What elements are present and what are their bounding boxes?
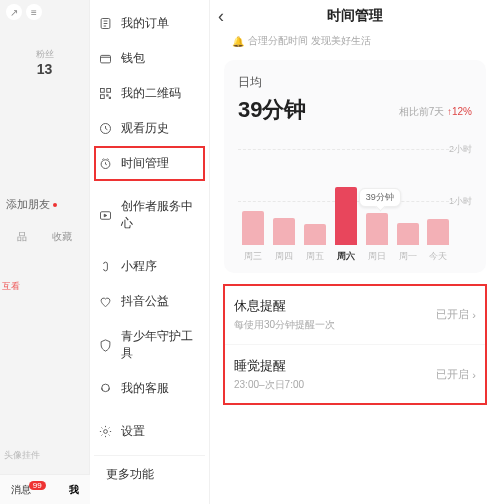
reminder-title: 休息提醒: [234, 297, 335, 315]
reminder-list: 休息提醒每使用30分钟提醒一次已开启›睡觉提醒23:00–次日7:00已开启›: [224, 285, 486, 404]
compare-text: 相比前7天 ↑12%: [399, 105, 472, 119]
usage-card: 日均 39分钟 相比前7天 ↑12% 2小时 1小时 周三周四周五周六周日周一今…: [224, 60, 486, 273]
page-subtitle: 合理分配时间 发现美好生活: [248, 34, 371, 48]
reminder-row[interactable]: 睡觉提醒23:00–次日7:00已开启›: [224, 345, 486, 404]
reminder-desc: 23:00–次日7:00: [234, 378, 304, 392]
reciprocal-view-tag[interactable]: 互看: [0, 280, 89, 293]
x-tick: 周四: [275, 250, 293, 263]
drawer-item-history[interactable]: 观看历史: [94, 111, 205, 146]
drawer-item-settings[interactable]: 设置: [94, 414, 205, 449]
svg-point-11: [104, 430, 108, 434]
orders-icon: [98, 16, 113, 31]
x-tick: 周六: [337, 250, 355, 263]
add-friend-button[interactable]: 添加朋友: [0, 197, 89, 212]
charity-icon: [98, 294, 113, 309]
chart-bar[interactable]: [273, 218, 295, 246]
qrcode-icon: [98, 86, 113, 101]
svg-rect-1: [101, 55, 111, 63]
drawer-item-label: 小程序: [121, 258, 157, 275]
drawer-item-wallet[interactable]: 钱包: [94, 41, 205, 76]
svg-rect-2: [101, 89, 105, 93]
nav-me[interactable]: 我: [69, 483, 79, 497]
svg-rect-5: [107, 95, 108, 96]
drawer-item-mini[interactable]: 小程序: [94, 249, 205, 284]
followers-label: 粉丝: [0, 48, 89, 61]
x-tick: 今天: [429, 250, 447, 263]
drawer-item-qrcode[interactable]: 我的二维码: [94, 76, 205, 111]
profile-background: ↗ ≡ 粉丝 13 添加朋友 品 收藏 互看 头像挂件 消息99 我: [0, 0, 90, 504]
svg-rect-4: [101, 95, 105, 99]
reminder-status: 已开启: [436, 307, 469, 322]
x-tick: 周日: [368, 250, 386, 263]
drawer-item-label: 设置: [121, 423, 145, 440]
x-tick: 周五: [306, 250, 324, 263]
service-icon: [98, 381, 113, 396]
wallet-icon: [98, 51, 113, 66]
notification-dot-icon: [53, 203, 57, 207]
drawer-item-charity[interactable]: 抖音公益: [94, 284, 205, 319]
badge-count: 99: [29, 481, 46, 490]
drawer-item-teen[interactable]: 青少年守护工具: [94, 319, 205, 371]
usage-chart: 2小时 1小时 周三周四周五周六周日周一今天 39分钟: [238, 143, 472, 263]
daily-average-label: 日均: [238, 74, 472, 91]
chart-bar[interactable]: [427, 219, 449, 245]
chevron-right-icon: ›: [472, 369, 476, 381]
teen-icon: [98, 338, 113, 353]
reminder-row[interactable]: 休息提醒每使用30分钟提醒一次已开启›: [224, 285, 486, 345]
chart-bar[interactable]: [335, 187, 357, 245]
clock-icon: [98, 156, 113, 171]
tab-works[interactable]: 品: [17, 230, 27, 244]
menu-icon[interactable]: ≡: [26, 4, 42, 20]
reminder-desc: 每使用30分钟提醒一次: [234, 318, 335, 332]
settings-icon: [98, 424, 113, 439]
drawer-item-label: 创作者服务中心: [121, 198, 201, 232]
drawer-more[interactable]: 更多功能: [94, 455, 205, 493]
time-management-panel: ‹ 时间管理 🔔 合理分配时间 发现美好生活 日均 39分钟 相比前7天 ↑12…: [210, 0, 500, 504]
chart-bar[interactable]: [397, 223, 419, 246]
reminder-status: 已开启: [436, 367, 469, 382]
drawer-item-label: 抖音公益: [121, 293, 169, 310]
mini-icon: [98, 259, 113, 274]
x-tick: 周三: [244, 250, 262, 263]
history-icon: [98, 121, 113, 136]
drawer-item-label: 我的二维码: [121, 85, 181, 102]
drawer-item-orders[interactable]: 我的订单: [94, 6, 205, 41]
back-icon[interactable]: ‹: [218, 6, 224, 27]
drawer-menu: 我的订单钱包我的二维码观看历史时间管理创作者服务中心小程序抖音公益青少年守护工具…: [90, 0, 210, 504]
nav-messages[interactable]: 消息99: [11, 483, 48, 497]
avatar-pendant-hint: 头像挂件: [4, 449, 40, 462]
chart-bar[interactable]: [304, 224, 326, 245]
creator-icon: [98, 208, 113, 223]
chevron-right-icon: ›: [472, 309, 476, 321]
followers-count: 13: [0, 61, 89, 77]
chart-bar[interactable]: [366, 213, 388, 246]
followers-stat[interactable]: 粉丝 13: [0, 48, 89, 77]
tab-collect[interactable]: 收藏: [52, 230, 72, 244]
drawer-item-clock[interactable]: 时间管理: [94, 146, 205, 181]
share-icon[interactable]: ↗: [6, 4, 22, 20]
svg-rect-6: [109, 97, 110, 98]
x-tick: 周一: [399, 250, 417, 263]
bell-icon: 🔔: [232, 36, 244, 47]
drawer-item-label: 时间管理: [121, 155, 169, 172]
drawer-item-label: 我的订单: [121, 15, 169, 32]
chart-tooltip: 39分钟: [359, 188, 401, 207]
drawer-item-label: 观看历史: [121, 120, 169, 137]
drawer-item-label: 钱包: [121, 50, 145, 67]
svg-rect-3: [107, 89, 111, 93]
drawer-item-label: 青少年守护工具: [121, 328, 201, 362]
reminder-title: 睡觉提醒: [234, 357, 304, 375]
drawer-item-creator[interactable]: 创作者服务中心: [94, 189, 205, 241]
page-title: 时间管理: [327, 7, 383, 25]
chart-bar[interactable]: [242, 211, 264, 245]
drawer-item-label: 我的客服: [121, 380, 169, 397]
drawer-item-service[interactable]: 我的客服: [94, 371, 205, 406]
